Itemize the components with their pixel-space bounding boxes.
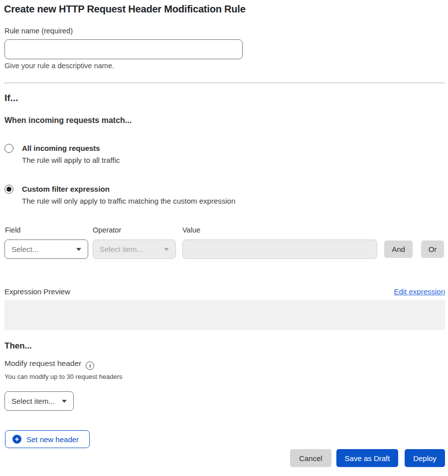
modify-request-header-label: Modify request headeri	[4, 359, 94, 370]
section-divider	[4, 83, 445, 83]
cancel-button[interactable]: Cancel	[290, 449, 331, 467]
set-new-header-label: Set new header	[26, 435, 79, 444]
option-all-incoming-label[interactable]: All incoming requests	[22, 144, 100, 152]
deploy-button[interactable]: Deploy	[405, 449, 445, 467]
and-button[interactable]: And	[384, 240, 413, 258]
plus-circle-icon: +	[12, 435, 21, 444]
option-all-incoming-description: The rule will apply to all traffic	[22, 156, 120, 164]
headers-limit-help: You can modify up to 30 request headers	[4, 373, 123, 380]
chevron-down-icon	[62, 400, 67, 403]
radio-dot	[6, 187, 11, 192]
radio-custom-filter-expression[interactable]	[4, 185, 13, 194]
chevron-down-icon	[164, 248, 169, 251]
match-subheading: When incoming requests match...	[4, 116, 132, 125]
value-input[interactable]	[182, 239, 377, 259]
field-select[interactable]: Select...	[4, 239, 88, 259]
field-label: Field	[5, 226, 20, 234]
operator-select-value: Select item...	[100, 245, 143, 253]
header-action-select[interactable]: Select item...	[4, 391, 74, 411]
modify-request-header-text: Modify request header	[4, 359, 81, 367]
rule-name-help: Give your rule a descriptive name.	[4, 62, 114, 70]
option-custom-filter-label[interactable]: Custom filter expression	[22, 185, 110, 193]
radio-all-incoming-requests[interactable]	[4, 144, 13, 153]
or-button[interactable]: Or	[421, 240, 444, 258]
info-icon[interactable]: i	[86, 361, 94, 370]
set-new-header-button[interactable]: + Set new header	[5, 430, 90, 448]
operator-label: Operator	[93, 226, 121, 234]
chevron-down-icon	[76, 248, 81, 251]
then-heading: Then...	[4, 341, 32, 351]
rule-name-input[interactable]	[4, 39, 243, 59]
if-heading: If...	[4, 93, 18, 104]
field-select-value: Select...	[11, 245, 38, 253]
expression-preview-box	[4, 300, 445, 330]
value-label: Value	[182, 226, 200, 234]
page-title: Create new HTTP Request Header Modificat…	[4, 3, 246, 15]
edit-expression-link[interactable]: Edit expression	[394, 287, 445, 296]
save-as-draft-button[interactable]: Save as Draft	[336, 449, 398, 467]
expression-preview-label: Expression Preview	[4, 287, 70, 296]
option-custom-filter-description: The rule will only apply to traffic matc…	[22, 197, 235, 205]
operator-select[interactable]: Select item...	[93, 239, 176, 259]
header-action-select-value: Select item...	[11, 397, 55, 405]
rule-name-label: Rule name (required)	[4, 27, 73, 35]
